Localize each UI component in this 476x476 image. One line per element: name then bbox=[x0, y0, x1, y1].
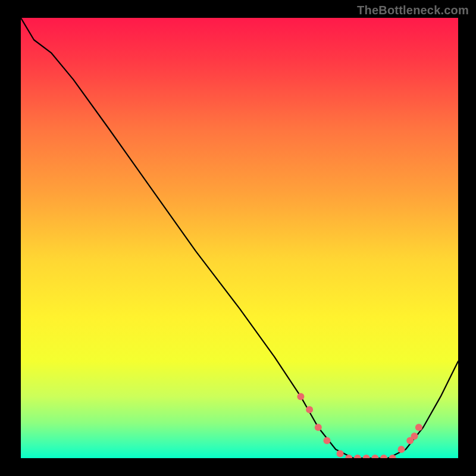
data-marker bbox=[315, 424, 322, 431]
chart-frame: TheBottleneck.com bbox=[0, 0, 476, 476]
data-marker bbox=[363, 455, 370, 462]
data-marker bbox=[415, 424, 422, 431]
bottleneck-chart bbox=[0, 0, 476, 476]
data-marker bbox=[354, 455, 361, 462]
data-marker bbox=[397, 446, 405, 453]
data-marker bbox=[324, 437, 331, 444]
gradient-background bbox=[21, 18, 458, 458]
data-marker bbox=[337, 450, 344, 458]
data-marker bbox=[380, 455, 387, 462]
data-marker bbox=[345, 455, 352, 462]
attribution-label: TheBottleneck.com bbox=[357, 4, 469, 17]
data-marker bbox=[306, 406, 313, 414]
data-marker bbox=[297, 393, 304, 400]
data-marker bbox=[389, 455, 396, 462]
data-marker bbox=[411, 433, 418, 440]
data-marker bbox=[371, 455, 378, 462]
